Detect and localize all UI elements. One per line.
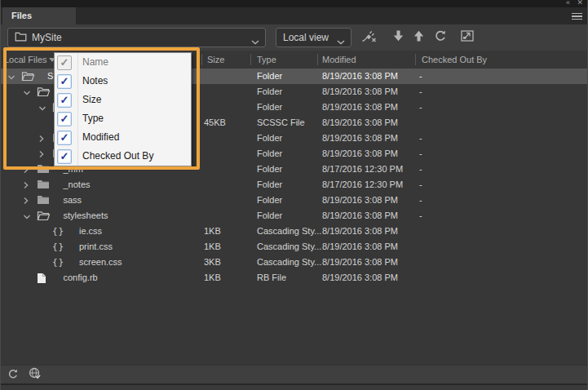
chevron-right-icon[interactable] xyxy=(23,181,32,190)
put-files-button[interactable] xyxy=(409,30,427,45)
check-mark-icon: ✓ xyxy=(60,113,69,124)
file-name: screen.css xyxy=(79,257,122,267)
globe-check-icon xyxy=(29,367,42,383)
table-row[interactable]: {} print.css 1KB Cascading Sty... 8/19/2… xyxy=(1,239,587,255)
menu-item-label: Name xyxy=(82,56,108,68)
close-icon[interactable]: ✕ xyxy=(577,0,583,7)
checked-out-cell: - xyxy=(419,86,422,96)
folder-closed-icon xyxy=(37,164,51,175)
type-cell: RB File xyxy=(257,273,286,282)
menu-item-label: Type xyxy=(82,113,104,124)
get-files-button[interactable] xyxy=(389,30,407,45)
expand-panel-button[interactable] xyxy=(458,30,476,45)
column-header-local-files[interactable]: Local Files xyxy=(4,55,47,64)
chevron-down-icon[interactable] xyxy=(23,212,32,221)
chevron-right-icon[interactable] xyxy=(38,150,47,159)
menu-item-label: Modified xyxy=(82,131,119,143)
checked-out-cell: - xyxy=(419,164,422,174)
menu-item[interactable]: ✓ Modified xyxy=(55,128,191,147)
refresh-icon xyxy=(434,30,446,45)
refresh-button[interactable] xyxy=(5,368,20,382)
site-dropdown-value: MySite xyxy=(32,32,62,43)
status-bar xyxy=(1,365,587,383)
file-list-area: Local Files Size Type Modified Checked O… xyxy=(1,51,587,365)
modified-cell: 8/19/2016 3:08 PM xyxy=(322,133,398,143)
checked-out-cell: - xyxy=(419,148,422,158)
chevron-down-icon[interactable] xyxy=(23,88,32,97)
type-cell: Folder xyxy=(257,148,282,158)
menu-item[interactable]: ✓ Type xyxy=(55,109,191,128)
modified-cell: 8/19/2016 3:08 PM xyxy=(322,257,398,267)
braces-icon: {} xyxy=(52,242,67,253)
column-header-type[interactable]: Type xyxy=(257,55,276,64)
type-cell: Folder xyxy=(257,164,282,174)
checkbox-icon[interactable]: ✓ xyxy=(57,93,72,108)
checkbox-icon: ✓ xyxy=(57,55,72,70)
modified-cell: 8/19/2016 3:08 PM xyxy=(322,71,398,81)
chevron-down-icon xyxy=(251,36,259,47)
up-arrow-icon xyxy=(413,30,424,45)
file-name: _notes xyxy=(64,179,91,189)
modified-cell: 8/19/2016 3:08 PM xyxy=(322,117,398,127)
tab-files[interactable]: Files xyxy=(2,7,76,24)
no-expander xyxy=(38,243,47,252)
chevron-right-icon[interactable] xyxy=(23,166,32,175)
chevron-down-icon[interactable] xyxy=(7,73,16,82)
column-divider xyxy=(201,54,202,65)
table-row[interactable]: {} ie.css 1KB Cascading Sty... 8/19/2016… xyxy=(1,224,587,239)
table-row[interactable]: _notes Folder 8/17/2016 12:30 PM - xyxy=(1,177,587,193)
size-cell: 1KB xyxy=(204,226,221,236)
table-row[interactable]: {} screen.css 3KB Cascading Sty... 8/19/… xyxy=(1,255,587,270)
column-header-modified[interactable]: Modified xyxy=(322,55,356,64)
folder-closed-icon xyxy=(37,195,51,206)
check-mark-icon: ✓ xyxy=(60,151,69,162)
modified-cell: 8/19/2016 3:08 PM xyxy=(322,226,398,236)
files-panel: « ✕ Files MySite Local view xyxy=(0,0,588,390)
view-dropdown-value: Local view xyxy=(283,32,329,43)
menu-item[interactable]: ✓ Size xyxy=(55,91,191,109)
type-cell: Folder xyxy=(257,179,282,189)
type-cell: SCSSC File xyxy=(257,117,305,127)
column-header-checked-out-by[interactable]: Checked Out By xyxy=(422,55,487,64)
menu-item[interactable]: ✓ Checked Out By xyxy=(55,147,191,166)
column-header-size[interactable]: Size xyxy=(207,55,224,64)
checkbox-icon[interactable]: ✓ xyxy=(57,149,72,164)
modified-cell: 8/19/2016 3:08 PM xyxy=(322,148,398,158)
table-row[interactable]: config.rb 1KB RB File 8/19/2016 3:08 PM xyxy=(1,270,587,286)
size-cell: 1KB xyxy=(204,242,221,251)
checkbox-icon[interactable]: ✓ xyxy=(57,131,72,145)
chevron-right-icon[interactable] xyxy=(38,135,47,144)
modified-cell: 8/17/2016 12:30 PM xyxy=(322,179,403,189)
refresh-button[interactable] xyxy=(431,30,449,45)
hamburger-menu-icon[interactable] xyxy=(572,13,582,20)
type-cell: Cascading Sty... xyxy=(257,226,321,236)
menu-items-host: ✓ Name ✓ Notes ✓ Size ✓ Type ✓ Modified … xyxy=(55,53,191,166)
file-name: ie.css xyxy=(79,226,102,236)
table-row[interactable]: stylesheets Folder 8/19/2016 3:08 PM - xyxy=(1,208,587,224)
folder-open-icon xyxy=(21,71,36,82)
modified-cell: 8/19/2016 3:08 PM xyxy=(322,273,398,282)
modified-cell: 8/19/2016 3:08 PM xyxy=(322,102,398,112)
site-dropdown[interactable]: MySite xyxy=(7,28,266,47)
braces-icon: {} xyxy=(52,257,67,268)
chevron-down-icon[interactable] xyxy=(38,104,47,113)
folder-closed-icon xyxy=(37,179,51,191)
modified-cell: 8/19/2016 3:08 PM xyxy=(322,242,398,251)
checkbox-icon[interactable]: ✓ xyxy=(57,112,72,126)
menu-item-label: Notes xyxy=(82,75,108,86)
view-dropdown[interactable]: Local view xyxy=(276,28,351,47)
expand-icon xyxy=(461,30,474,45)
menu-item[interactable]: ✓ Notes xyxy=(55,72,191,91)
file-name: S xyxy=(47,71,53,81)
down-arrow-icon xyxy=(393,30,404,45)
tab-bar: Files xyxy=(1,7,587,24)
table-row[interactable]: sass Folder 8/19/2016 3:08 PM - xyxy=(1,193,587,208)
menu-item: ✓ Name xyxy=(55,53,191,72)
chevron-right-icon[interactable] xyxy=(23,197,32,206)
modified-cell: 8/19/2016 3:08 PM xyxy=(322,86,398,96)
synchronize-button[interactable] xyxy=(28,368,42,382)
checkbox-icon[interactable]: ✓ xyxy=(57,74,72,89)
collapse-double-arrow-icon[interactable]: « xyxy=(566,0,569,7)
connect-remote-server-button[interactable] xyxy=(360,30,378,45)
file-name: print.css xyxy=(79,242,113,251)
